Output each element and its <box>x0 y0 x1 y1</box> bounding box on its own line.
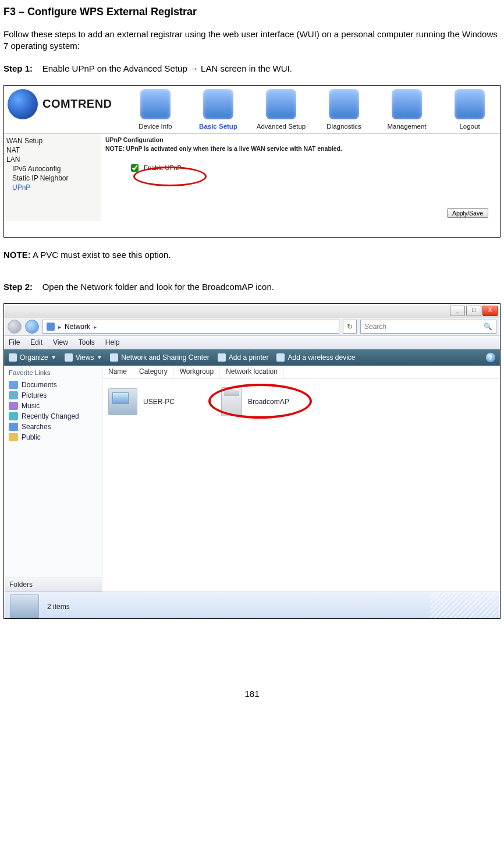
wui-logo: COMTREND <box>8 89 112 119</box>
fav-documents[interactable]: Documents <box>6 380 100 390</box>
nav-advanced-setup[interactable]: Advanced Setup <box>258 89 304 130</box>
step-1-text: Enable UPnP on the Advanced Setup → LAN … <box>42 63 292 73</box>
side-static-ip-neighbor[interactable]: Static IP Neighbor <box>5 174 98 183</box>
refresh-button[interactable]: ↻ <box>343 320 357 334</box>
item-user-pc[interactable]: USER-PC <box>108 387 175 416</box>
device-info-icon <box>140 89 171 119</box>
upnp-title: UPnP Configuration <box>105 136 495 143</box>
menu-view[interactable]: View <box>53 338 68 346</box>
close-button[interactable]: X <box>482 306 498 316</box>
nav-label: Device Info <box>139 123 172 130</box>
wui-screenshot: COMTREND Device Info Basic Setup Advance… <box>3 85 501 238</box>
minimize-button[interactable]: _ <box>450 306 465 316</box>
chevron-down-icon: ▼ <box>97 355 102 360</box>
basic-setup-icon <box>203 89 233 119</box>
fav-pictures[interactable]: Pictures <box>6 390 100 401</box>
views-label: Views <box>76 353 94 362</box>
nav-label: Management <box>387 123 426 130</box>
status-icon <box>10 594 39 619</box>
fav-searches[interactable]: Searches <box>6 422 100 432</box>
fav-label: Recently Changed <box>22 412 79 420</box>
window-titlebar: _ □ X <box>4 304 500 318</box>
col-category[interactable]: Category <box>133 366 174 378</box>
item-broadcomap[interactable]: BroadcomAP <box>221 387 289 416</box>
side-wan-setup[interactable]: WAN Setup <box>5 136 98 146</box>
nsc-label: Network and Sharing Center <box>121 353 209 362</box>
address-text: Network <box>65 323 90 331</box>
network-sharing-center-button[interactable]: Network and Sharing Center <box>110 353 209 362</box>
nav-device-info[interactable]: Device Info <box>132 89 179 130</box>
upnp-note: NOTE: UPnP is activated only when there … <box>105 145 495 152</box>
public-icon <box>9 433 18 441</box>
side-ipv6-autoconfig[interactable]: IPv6 Autoconfig <box>5 164 98 174</box>
menu-bar: File Edit View Tools Help <box>4 336 500 349</box>
views-button[interactable]: Views ▼ <box>65 353 102 362</box>
menu-edit[interactable]: Edit <box>30 338 42 346</box>
diagnostics-icon <box>329 89 359 119</box>
nav-management[interactable]: Management <box>384 89 430 130</box>
maximize-button[interactable]: □ <box>466 306 481 316</box>
fav-recently-changed[interactable]: Recently Changed <box>6 411 100 422</box>
network-items: USER-PC BroadcomAP <box>102 379 500 424</box>
windows-network-screenshot: _ □ X ▸ Network ▸ ↻ Search 🔍 File Edit V… <box>3 303 501 619</box>
address-bar[interactable]: ▸ Network ▸ <box>42 320 339 334</box>
logout-icon <box>455 89 485 119</box>
address-toolbar: ▸ Network ▸ ↻ Search 🔍 <box>4 318 500 336</box>
add-printer-button[interactable]: Add a printer <box>218 353 269 362</box>
step-2-text: Open the Network folder and look for the… <box>42 282 274 292</box>
col-name[interactable]: Name <box>102 366 133 378</box>
back-button[interactable] <box>8 320 22 334</box>
col-workgroup[interactable]: Workgroup <box>174 366 220 378</box>
management-icon <box>392 89 422 119</box>
add-printer-label: Add a printer <box>229 353 269 362</box>
nav-label: Logout <box>459 123 480 130</box>
add-wireless-label: Add a wireless device <box>288 353 355 362</box>
step-1: Step 1: Enable UPnP on the Advanced Setu… <box>3 63 501 75</box>
wui-body: WAN Setup NAT LAN IPv6 Autoconfig Static… <box>4 133 500 221</box>
search-input[interactable]: Search 🔍 <box>360 320 496 334</box>
menu-help[interactable]: Help <box>105 338 120 346</box>
fav-public[interactable]: Public <box>6 432 100 443</box>
nav-label: Diagnostics <box>326 123 361 130</box>
organize-button[interactable]: Organize ▼ <box>9 353 56 362</box>
tool-bar: Organize ▼ Views ▼ Network and Sharing C… <box>4 349 500 366</box>
side-nat[interactable]: NAT <box>5 146 98 155</box>
apply-save-button[interactable]: Apply/Save <box>447 208 488 218</box>
fav-label: Public <box>22 433 41 441</box>
enable-upnp-checkbox[interactable] <box>131 164 139 172</box>
section-heading: F3 – Configure WPS External Registrar <box>3 6 501 18</box>
pictures-icon <box>9 391 18 399</box>
folders-toggle[interactable]: Folders ^ <box>5 578 111 592</box>
add-wireless-device-button[interactable]: Add a wireless device <box>276 353 355 362</box>
menu-tools[interactable]: Tools <box>79 338 95 346</box>
recent-icon <box>9 412 18 420</box>
highlight-oval <box>133 167 207 186</box>
forward-button[interactable] <box>25 320 39 334</box>
network-icon <box>47 323 55 331</box>
menu-file[interactable]: File <box>9 338 20 346</box>
help-button[interactable]: ? <box>486 353 495 362</box>
window-body: Favorite Links Documents Pictures Music … <box>4 366 500 592</box>
fav-music[interactable]: Music <box>6 401 100 411</box>
documents-icon <box>9 381 18 389</box>
nsc-icon <box>110 353 118 362</box>
folders-label: Folders <box>9 580 33 589</box>
wireless-icon <box>276 353 285 362</box>
col-network-location[interactable]: Network location <box>220 366 284 378</box>
fav-label: Pictures <box>22 391 47 399</box>
note-text: A PVC must exist to see this option. <box>31 250 171 260</box>
nav-basic-setup[interactable]: Basic Setup <box>195 89 242 130</box>
wui-header: COMTREND Device Info Basic Setup Advance… <box>4 86 500 130</box>
wui-nav-icons: Device Info Basic Setup Advanced Setup D… <box>132 89 496 130</box>
wui-sidebar: WAN Setup NAT LAN IPv6 Autoconfig Static… <box>4 134 101 221</box>
views-icon <box>65 353 73 362</box>
nav-logout[interactable]: Logout <box>446 89 493 130</box>
status-bar: 2 items <box>4 592 500 619</box>
nav-diagnostics[interactable]: Diagnostics <box>321 89 367 130</box>
resize-grip-icon[interactable] <box>430 592 500 619</box>
organize-label: Organize <box>20 353 48 362</box>
side-upnp[interactable]: UPnP <box>5 183 98 192</box>
computer-icon <box>108 388 137 415</box>
step-2-label: Step 2: <box>3 282 33 292</box>
side-lan[interactable]: LAN <box>5 155 98 164</box>
